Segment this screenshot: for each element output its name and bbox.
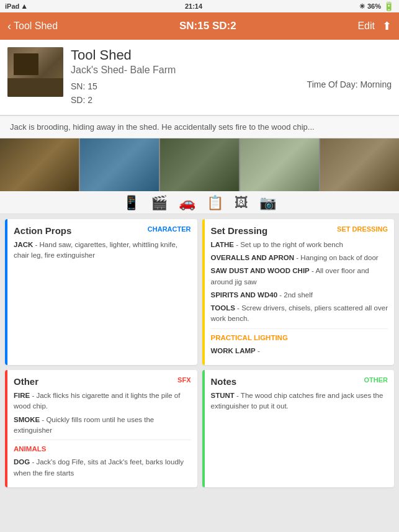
header-meta: SN: 15 SD: 2 Time Of Day: Morning xyxy=(71,79,392,107)
camera-icon: 📷 xyxy=(259,196,276,210)
back-label: Tool Shed xyxy=(14,20,58,32)
toolbar-camera[interactable]: 📷 xyxy=(259,196,276,214)
animals-header: ANIMALS xyxy=(14,444,191,454)
battery-icon: 🔋 xyxy=(383,1,394,11)
nav-bar: ‹ Tool Shed SN:15 SD:2 Edit ⬆ xyxy=(0,12,399,40)
photo-thumb-4[interactable] xyxy=(240,138,319,191)
card-action-props: Action Props CHARACTER JACK - Hand saw, … xyxy=(5,219,197,365)
card-title-set-dressing: Set Dressing xyxy=(211,225,268,236)
share-button[interactable]: ⬆ xyxy=(382,19,392,33)
set-dressing-tools: TOOLS - Screw drivers, chisels, pliers s… xyxy=(211,303,388,325)
card-type-other: SFX xyxy=(177,376,191,384)
toolbar-notes[interactable]: 📋 xyxy=(207,196,223,214)
thumbnail-image xyxy=(7,47,63,97)
time-display: 21:14 xyxy=(185,2,202,10)
card-text-jack: - Hand saw, cigarettes, lighter, whittli… xyxy=(14,241,177,259)
animals-dog: DOG - Jack's dog Fife, sits at Jack's fe… xyxy=(14,457,191,479)
set-dressing-lathe: LATHE - Set up to the right of work benc… xyxy=(211,240,388,250)
sfx-fire: FIRE - Jack flicks his cigarette and it … xyxy=(14,390,191,412)
card-label-jack: JACK xyxy=(14,241,33,248)
toolbar-scene[interactable]: 🎬 xyxy=(151,196,168,214)
status-right: ✳ 36% 🔋 xyxy=(359,1,394,11)
transport-icon: 🚗 xyxy=(179,196,195,210)
status-bar: iPad ▲ 21:14 ✳ 36% 🔋 xyxy=(0,0,399,12)
toolbar: 📱 🎬 🚗 📋 🖼 📷 xyxy=(0,191,399,214)
photo-thumb-5[interactable] xyxy=(320,138,399,191)
card-content-action-props: JACK - Hand saw, cigarettes, lighter, wh… xyxy=(14,240,191,261)
card-type-action-props: CHARACTER xyxy=(148,225,191,233)
notes-stunt: STUNT - The wood chip catches fire and j… xyxy=(211,390,388,412)
card-notes: Notes OTHER STUNT - The wood chip catche… xyxy=(202,370,395,487)
card-content-set-dressing: LATHE - Set up to the right of work benc… xyxy=(211,240,388,356)
scene-title: Tool Shed xyxy=(71,47,392,63)
card-set-dressing: Set Dressing SET DRESSING LATHE - Set up… xyxy=(202,219,395,365)
battery-label: 36% xyxy=(367,2,381,10)
card-header-other: Other SFX xyxy=(14,376,191,387)
bluetooth-icon: ✳ xyxy=(359,2,365,11)
photo-thumb-2[interactable] xyxy=(80,138,159,191)
scene-icon: 🎬 xyxy=(151,196,168,210)
scene-thumbnail xyxy=(7,47,63,97)
nav-title: SN:15 SD:2 xyxy=(179,20,236,32)
cards-area: Action Props CHARACTER JACK - Hand saw, … xyxy=(0,214,399,492)
header-section: Tool Shed Jack's Shed- Bale Farm SN: 15 … xyxy=(0,40,399,115)
card-type-set-dressing: SET DRESSING xyxy=(337,225,388,233)
description-section: Jack is brooding, hiding away in the she… xyxy=(0,115,399,138)
toolbar-phone[interactable]: 📱 xyxy=(123,196,140,214)
card-title-other: Other xyxy=(14,376,38,387)
set-dressing-sawdust: SAW DUST AND WOOD CHIP - All over floor … xyxy=(211,266,388,287)
edit-button[interactable]: Edit xyxy=(357,20,375,32)
status-left: iPad ▲ xyxy=(5,2,28,11)
back-button[interactable]: ‹ Tool Shed xyxy=(7,20,58,33)
back-chevron-icon: ‹ xyxy=(7,20,11,33)
toolbar-images[interactable]: 🖼 xyxy=(235,196,248,214)
photo-thumb-1[interactable] xyxy=(0,138,79,191)
card-content-other: FIRE - Jack flicks his cigarette and it … xyxy=(14,390,191,479)
card-header-set-dressing: Set Dressing SET DRESSING xyxy=(211,225,388,236)
set-dressing-overalls: OVERALLS AND APRON - Hanging on back of … xyxy=(211,253,388,263)
scene-number: SN: 15 xyxy=(71,79,97,93)
carrier-label: iPad xyxy=(5,2,19,10)
card-content-notes: STUNT - The wood chip catches fire and j… xyxy=(211,390,388,412)
images-icon: 🖼 xyxy=(235,196,248,210)
scene-description: Jack is brooding, hiding away in the she… xyxy=(10,122,315,132)
time-of-day: Time Of Day: Morning xyxy=(307,79,392,89)
card-title-notes: Notes xyxy=(211,376,237,387)
card-divider-2 xyxy=(14,440,191,440)
set-dressing-spirits: SPIRITS AND WD40 - 2nd shelf xyxy=(211,290,388,300)
scene-numbers: SN: 15 SD: 2 xyxy=(71,79,97,107)
card-divider-1 xyxy=(211,328,388,329)
shoot-day: SD: 2 xyxy=(71,93,97,107)
card-other: Other SFX FIRE - Jack flicks his cigaret… xyxy=(5,370,197,487)
phone-icon: 📱 xyxy=(123,196,140,210)
toolbar-transport[interactable]: 🚗 xyxy=(179,196,195,214)
card-title-action-props: Action Props xyxy=(14,225,71,236)
photo-thumb-3[interactable] xyxy=(160,138,239,191)
wifi-icon: ▲ xyxy=(20,2,28,11)
set-dressing-practical: PRACTICAL LIGHTING xyxy=(211,333,388,343)
card-header-notes: Notes OTHER xyxy=(211,376,388,387)
sfx-smoke: SMOKE - Quickly fills room until he uses… xyxy=(14,415,191,436)
header-info: Tool Shed Jack's Shed- Bale Farm SN: 15 … xyxy=(71,47,392,107)
scene-location: Jack's Shed- Bale Farm xyxy=(71,65,392,76)
set-dressing-worklamp: WORK LAMP - xyxy=(211,346,388,356)
nav-actions: Edit ⬆ xyxy=(357,19,392,33)
card-header-action-props: Action Props CHARACTER xyxy=(14,225,191,236)
photo-strip[interactable] xyxy=(0,138,399,191)
notes-icon: 📋 xyxy=(207,196,223,210)
card-type-notes: OTHER xyxy=(364,376,388,384)
